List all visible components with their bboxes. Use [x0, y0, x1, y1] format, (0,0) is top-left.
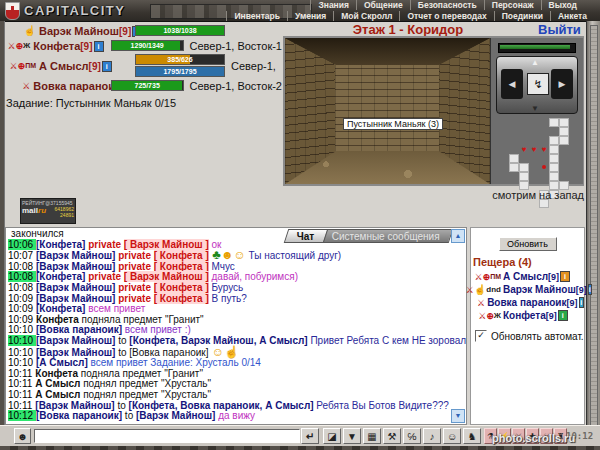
nav-down-arrow[interactable]: ▼	[531, 104, 539, 113]
dungeon-progress-bar	[498, 43, 576, 53]
member-name[interactable]: Варэк Майнош	[39, 25, 119, 37]
app-logo: CAPITALCITY	[24, 3, 125, 18]
chat-segment: Мчус	[209, 261, 235, 272]
menu-item[interactable]: Выход	[541, 0, 584, 10]
chat-segment: [Варэк Майнош]	[36, 261, 115, 272]
status-icon: dnd	[486, 285, 501, 295]
npc-tooltip[interactable]: Пустынник Маньяк (3)	[343, 118, 443, 130]
info-badge-icon[interactable]: i	[588, 284, 592, 295]
cave-panel: Обновить Пещера (4) ⚔⊕ПМ А Смысл[9]i ⚔☝d…	[470, 227, 585, 425]
info-badge-icon[interactable]: i	[102, 61, 112, 72]
chat-timestamp: 10:11	[8, 378, 35, 389]
chat-timestamp: 10:09	[8, 314, 36, 325]
filter-button[interactable]: ▼	[343, 428, 361, 444]
status-icon: ПМ	[25, 61, 36, 71]
dungeon-viewport[interactable]: Пустынник Маньяк (3)	[285, 38, 490, 184]
menu-item[interactable]: Общение	[356, 0, 410, 10]
map-empty	[569, 172, 579, 181]
eraser-button[interactable]: ◪	[323, 428, 341, 444]
member-status-icons: ⚔☝dnd	[473, 285, 501, 295]
auto-refresh-checkbox[interactable]: ✓	[475, 330, 487, 342]
chat-tab[interactable]: Системные сообщения	[319, 229, 453, 243]
chat-scroll-up[interactable]: ▲	[451, 229, 465, 243]
submenu-item[interactable]: Умения	[287, 11, 333, 21]
cave-title: Пещера (4)	[473, 256, 584, 268]
window-button[interactable]: ▦	[363, 428, 381, 444]
chat-segment: всем привет :)	[122, 324, 191, 335]
runner-button[interactable]: ⚒	[383, 428, 401, 444]
auto-refresh-label: Обновлять автомат.	[491, 331, 584, 342]
cave-member-name[interactable]: Варэк Майнош	[501, 284, 576, 295]
status-icon: ⚔	[475, 272, 483, 282]
cave-member-row: ⚔⊕ПМ А Смысл[9]i	[473, 270, 584, 283]
map-tile	[549, 118, 559, 127]
status-icon: ⊕	[15, 41, 23, 51]
lightning-button[interactable]: ⚡	[498, 428, 511, 444]
map-empty	[529, 163, 539, 172]
info-badge-icon[interactable]: i	[94, 41, 104, 52]
exit-link[interactable]: Выйти	[538, 22, 581, 37]
send-button[interactable]: ↵	[301, 428, 319, 444]
nav-up-arrow[interactable]: ▲	[531, 58, 539, 67]
smiley-button[interactable]: ☺	[443, 428, 461, 444]
nav-left-arrow[interactable]: ◀	[501, 69, 523, 99]
info-badge-icon[interactable]: i	[558, 310, 568, 321]
info-badge-icon[interactable]: i	[560, 271, 570, 282]
helmet-button[interactable]: ♞	[463, 428, 481, 444]
cave-member-level: [9]	[548, 272, 559, 282]
chat-segment: Ребята Вы Ботов Видите???	[314, 400, 449, 411]
chat-segment: подняла предмет "Гранит"	[78, 368, 203, 379]
hp-bar: 1290/1349	[111, 40, 184, 51]
member-name[interactable]: А Смысл	[39, 60, 89, 72]
cave-member-row: ⚔☝dnd Варэк Майнош[9]i	[473, 283, 584, 296]
cave-member-name[interactable]: А Смысл	[501, 271, 548, 282]
status-icon: ⊕	[18, 61, 26, 71]
sound-button[interactable]: ♪	[423, 428, 441, 444]
member-status-icons: ⚔	[6, 81, 30, 91]
map-empty	[569, 163, 579, 172]
member-level: [9]	[119, 26, 131, 37]
chat-segment: [ Варэк Майнош ]	[124, 239, 209, 250]
chat-segment: всем привет Задание: Хрусталь 0/14	[88, 357, 261, 368]
map-empty	[569, 127, 579, 136]
submenu-item[interactable]: Поединки	[494, 11, 550, 21]
cave-member-level: [9]	[576, 285, 587, 295]
chat-segment: [Варэк Майнош]	[35, 400, 114, 411]
chat-segment: [Варэк Майнош]	[36, 250, 115, 261]
counter-line1: РЕЙТИНГ@37155945	[21, 199, 75, 206]
status-icon: ☝	[474, 285, 486, 295]
member-bars: 1038/1038	[135, 25, 225, 36]
submenu-item[interactable]: Мой Скролл	[333, 11, 399, 21]
info-badge-icon[interactable]: i	[579, 297, 584, 308]
window-scrollbar[interactable]	[586, 21, 600, 445]
nav-right-arrow[interactable]: ▶	[551, 69, 573, 99]
emoticon-picker-button[interactable]: ☻	[14, 428, 31, 444]
member-name[interactable]: Конфета	[33, 40, 80, 52]
chat-tab[interactable]: Чат	[283, 229, 327, 243]
chat-input[interactable]	[34, 429, 300, 443]
map-tile	[559, 118, 569, 127]
rating-counter-badge[interactable]: РЕЙТИНГ@37155945 mailru 641896224891	[20, 198, 76, 224]
submenu-item[interactable]: Отчет о переводах	[399, 11, 493, 21]
member-name[interactable]: Вовка параноик	[33, 80, 111, 92]
cave-member-name[interactable]: Конфета	[501, 310, 546, 321]
chat-segment: to	[115, 347, 129, 358]
submenu-item[interactable]: Анкета	[550, 11, 594, 21]
heal-button[interactable]: ✚	[526, 428, 539, 444]
cave-member-name[interactable]: Вовка параноик	[485, 297, 566, 308]
potion-button[interactable]: ⚗	[484, 428, 497, 444]
skull-button[interactable]: ☠	[540, 428, 553, 444]
quest-text: Задание: Пустынник Маньяк 0/15	[6, 97, 282, 109]
map-tile	[509, 154, 519, 163]
attack-button[interactable]: ⚔	[512, 428, 525, 444]
language-button[interactable]: ℅	[403, 428, 421, 444]
nav-center-button[interactable]: ↯	[527, 73, 549, 95]
refresh-button[interactable]: Обновить	[499, 237, 557, 251]
map-empty	[529, 136, 539, 145]
menu-item[interactable]: Персонаж	[484, 0, 541, 10]
hp-bar-value: 725/735	[112, 81, 183, 90]
menu-item[interactable]: Безопасность	[410, 0, 484, 10]
menu-item[interactable]: Знания	[310, 0, 356, 10]
chat-scroll-down[interactable]: ▼	[451, 409, 465, 423]
submenu-item[interactable]: Инвентарь	[226, 11, 287, 21]
